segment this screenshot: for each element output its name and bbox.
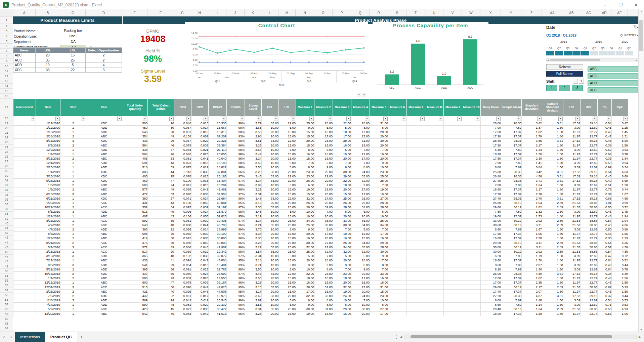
cell[interactable] [388, 298, 407, 303]
cell[interactable]: 3.61 [542, 178, 563, 183]
cell[interactable]: 1.60 [542, 303, 563, 307]
cell[interactable]: 0.067 [174, 139, 191, 143]
cell[interactable] [462, 139, 481, 143]
cell[interactable]: 39.18 [581, 170, 598, 174]
cell[interactable]: 17.00 [351, 130, 370, 134]
cell[interactable]: 431 [122, 201, 148, 205]
cell[interactable]: 7.89 [501, 125, 522, 130]
cell[interactable] [425, 187, 444, 192]
cell[interactable]: 541 [122, 263, 148, 267]
cell[interactable]: 26.00 [296, 178, 314, 183]
cell[interactable] [13, 307, 36, 311]
cell[interactable]: 3.59 [245, 130, 262, 134]
cell[interactable]: 1.60 [542, 161, 563, 165]
cell[interactable]: 28.35 [501, 139, 522, 143]
cell[interactable]: 25.00 [279, 245, 296, 249]
cell[interactable]: 10.00 [262, 210, 279, 214]
cell[interactable] [388, 254, 407, 258]
cell[interactable]: 15.00 [279, 143, 296, 147]
cell[interactable]: 1.60 [542, 227, 563, 232]
cell[interactable]: 3 [60, 210, 86, 214]
cell[interactable]: 0.073 [174, 161, 191, 165]
cell[interactable] [444, 210, 462, 214]
cell[interactable] [444, 249, 462, 254]
limits-cell[interactable]: 15 [60, 53, 86, 58]
cell[interactable]: 354 [122, 134, 148, 139]
cell[interactable]: 2.07 [522, 289, 542, 294]
cell[interactable]: 22.77 [581, 258, 598, 263]
cell[interactable]: 0.024 [191, 210, 209, 214]
cell[interactable]: 8.00 [370, 210, 388, 214]
cell[interactable]: ABC [86, 143, 122, 147]
cell[interactable]: 406 [122, 157, 148, 161]
cell[interactable] [425, 170, 444, 174]
cell[interactable] [444, 267, 462, 271]
cell[interactable]: 9.00 [314, 263, 333, 267]
cell[interactable]: 97% [227, 232, 245, 236]
cell[interactable]: 1.84 [612, 157, 628, 161]
column-letter-U[interactable]: U [425, 9, 443, 16]
cell[interactable]: 1/21/2018 [36, 214, 60, 218]
cell[interactable]: 8.00 [333, 303, 351, 307]
cell[interactable]: 16.00 [314, 276, 333, 281]
cell[interactable] [407, 254, 425, 258]
cell[interactable]: 30.00 [370, 139, 388, 143]
cell[interactable]: ABC [86, 134, 122, 139]
cell[interactable]: ABC [86, 258, 122, 263]
cell[interactable]: 10,204 [209, 183, 227, 187]
cell[interactable] [13, 311, 36, 316]
cell[interactable]: 97% [227, 192, 245, 196]
cell[interactable]: 3.09 [563, 298, 581, 303]
cell[interactable] [388, 311, 407, 316]
cell[interactable]: 10.00 [262, 298, 279, 303]
cell[interactable] [388, 210, 407, 214]
cell[interactable]: 2.89 [542, 223, 563, 227]
cell[interactable]: 8.00 [351, 263, 370, 267]
cell[interactable]: 7.00 [370, 183, 388, 187]
cell[interactable]: 15.00 [351, 236, 370, 241]
cell[interactable]: 30.00 [333, 223, 351, 227]
cell[interactable]: 3.26 [245, 281, 262, 285]
cell[interactable]: 0.086 [174, 245, 191, 249]
filter-dropdown-icon[interactable]: ▾ [204, 117, 208, 121]
cell[interactable]: 0.030 [191, 232, 209, 236]
cell[interactable]: 23,050 [209, 152, 227, 156]
row-header-9[interactable]: 9 [0, 59, 13, 64]
cell[interactable]: 22,325 [209, 139, 227, 143]
cell[interactable]: 98% [227, 196, 245, 201]
cell[interactable]: 1/29/2018 [36, 236, 60, 241]
cell[interactable]: 17.37 [501, 281, 522, 285]
cell[interactable]: ABC [86, 130, 122, 134]
cell[interactable]: 21,119 [209, 147, 227, 152]
cell[interactable]: 3.72 [612, 205, 628, 210]
cell[interactable] [462, 303, 481, 307]
cell[interactable]: 34.00 [370, 223, 388, 227]
cell[interactable]: 12/4/2019 [36, 161, 60, 165]
cell[interactable]: 450 [122, 125, 148, 130]
cell[interactable]: 33.00 [351, 174, 370, 178]
cell[interactable]: 0.48 [598, 139, 612, 143]
cell[interactable]: 17.00 [296, 289, 314, 294]
cell[interactable]: 3 [60, 298, 86, 303]
cell[interactable]: 3.23 [245, 311, 262, 316]
chart-minus-button[interactable]: − [362, 93, 366, 97]
column-letter-Z[interactable]: Z [521, 9, 542, 16]
column-letter-R[interactable]: R [370, 9, 388, 16]
cell[interactable] [388, 161, 407, 165]
cell[interactable]: 26.00 [333, 201, 351, 205]
cell[interactable]: 33.00 [481, 218, 501, 223]
cell[interactable]: 3.72 [245, 121, 262, 125]
cell[interactable]: 11.97 [563, 143, 581, 147]
cell[interactable]: 2.30 [522, 157, 542, 161]
cell[interactable] [425, 165, 444, 170]
column-letter-C[interactable]: C [60, 9, 86, 16]
cell[interactable]: 0.38 [598, 143, 612, 147]
cell[interactable]: 3.85 [522, 139, 542, 143]
cell[interactable]: 0.032 [191, 205, 209, 210]
cell[interactable]: 2 [60, 157, 86, 161]
cell[interactable]: 12.69 [581, 147, 598, 152]
cell[interactable]: 3.42 [522, 121, 542, 125]
cell[interactable]: 0.022 [191, 139, 209, 143]
cell[interactable]: 0.053 [191, 214, 209, 218]
column-letter-AC[interactable]: AC [580, 9, 597, 16]
